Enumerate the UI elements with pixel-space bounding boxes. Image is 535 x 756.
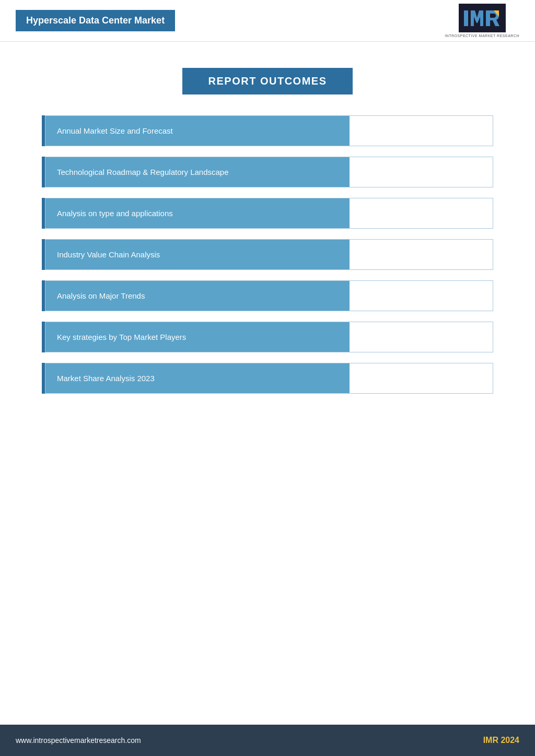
outcome-empty <box>350 157 493 187</box>
logo-box <box>459 4 506 32</box>
outcome-label: Market Share Analysis 2023 <box>45 363 350 393</box>
outcome-empty <box>350 322 493 352</box>
outcome-label: Annual Market Size and Forecast <box>45 116 350 146</box>
header-title-box: Hyperscale Data Center Market <box>16 10 175 31</box>
outcome-empty <box>350 363 493 393</box>
outcome-item-4: Industry Value Chain Analysis <box>42 239 493 270</box>
outcome-item-7: Market Share Analysis 2023 <box>42 363 493 394</box>
outcome-label: Industry Value Chain Analysis <box>45 240 350 269</box>
outcome-label: Analysis on type and applications <box>45 198 350 228</box>
main-content: REPORT OUTCOMES Annual Market Size and F… <box>0 42 535 420</box>
outcome-empty <box>350 240 493 269</box>
footer-brand: IMR 2024 <box>483 736 519 745</box>
outcome-item-6: Key strategies by Top Market Players <box>42 322 493 352</box>
outcome-inner: Annual Market Size and Forecast <box>45 115 493 146</box>
imr-logo-icon <box>461 6 503 30</box>
outcome-empty <box>350 198 493 228</box>
outcomes-list: Annual Market Size and Forecast Technolo… <box>42 115 493 394</box>
outcome-inner: Analysis on type and applications <box>45 198 493 229</box>
outcome-item-3: Analysis on type and applications <box>42 198 493 229</box>
outcome-inner: Key strategies by Top Market Players <box>45 322 493 352</box>
outcome-inner: Industry Value Chain Analysis <box>45 239 493 270</box>
outcome-item-1: Annual Market Size and Forecast <box>42 115 493 146</box>
logo-container: INTROSPECTIVE MARKET RESEARCH <box>445 4 519 38</box>
page-title: Hyperscale Data Center Market <box>26 15 165 26</box>
outcome-item-2: Technological Roadmap & Regulatory Lands… <box>42 157 493 187</box>
outcome-inner: Technological Roadmap & Regulatory Lands… <box>45 157 493 187</box>
outcome-label: Technological Roadmap & Regulatory Lands… <box>45 157 350 187</box>
outcome-empty <box>350 281 493 311</box>
logo-tagline: INTROSPECTIVE MARKET RESEARCH <box>445 34 519 38</box>
outcome-inner: Analysis on Major Trends <box>45 280 493 311</box>
outcome-label: Analysis on Major Trends <box>45 281 350 311</box>
page-footer: www.introspectivemarketresearch.com IMR … <box>0 725 535 756</box>
svg-rect-1 <box>464 10 468 26</box>
footer-website: www.introspectivemarketresearch.com <box>16 736 141 745</box>
outcome-empty <box>350 116 493 146</box>
section-title: REPORT OUTCOMES <box>182 68 353 95</box>
outcome-inner: Market Share Analysis 2023 <box>45 363 493 394</box>
outcome-label: Key strategies by Top Market Players <box>45 322 350 352</box>
outcome-item-5: Analysis on Major Trends <box>42 280 493 311</box>
page-header: Hyperscale Data Center Market INTROSPECT… <box>0 0 535 42</box>
